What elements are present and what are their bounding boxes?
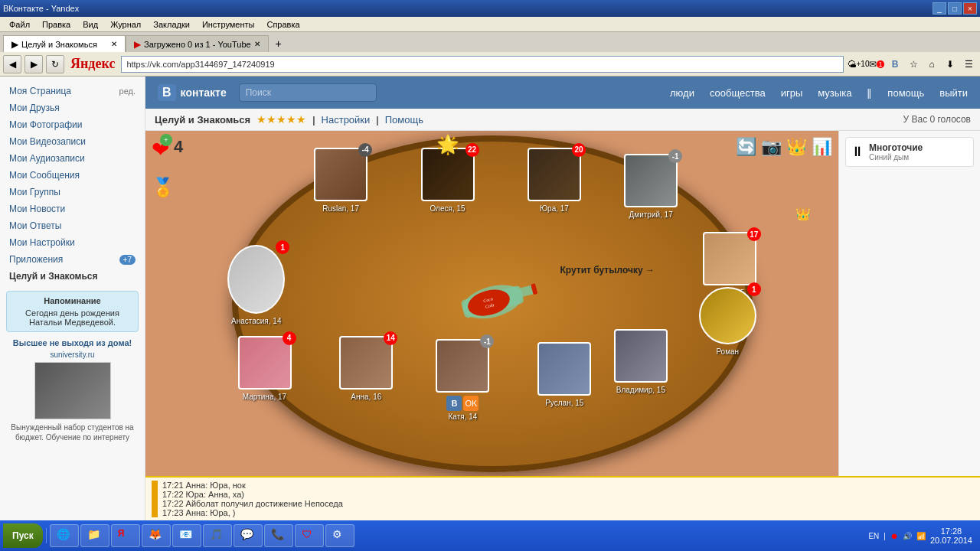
taskbar-mail[interactable]: 📧 [172, 524, 201, 547]
profile-anna[interactable]: 14 Анна, 16 [339, 336, 393, 401]
menu-icon[interactable]: ☰ [960, 56, 977, 73]
spin-text: Крутит бутылочку → [560, 265, 655, 276]
sidebar-item-photos[interactable]: Мои Фотографии [0, 116, 145, 133]
chat-message-3: 17:23 Анна: Юра, ) [162, 508, 343, 517]
tab-1[interactable]: ▶ Загружено 0 из 1 - YouTube ✕ [126, 35, 269, 52]
profile-olesya[interactable]: 22 Олеся, 15 [421, 148, 475, 213]
menu-tools[interactable]: Инструменты [196, 18, 261, 31]
taskbar-ie[interactable]: 🌐 [50, 524, 79, 547]
profile-katya[interactable]: -1 В OK Катя, 14 [436, 339, 489, 421]
profile-roman[interactable]: 1 Роман [699, 287, 756, 356]
maximize-button[interactable]: □ [948, 2, 962, 15]
sidebar-item-news[interactable]: Мои Новости [0, 201, 145, 217]
new-tab-button[interactable]: + [269, 35, 289, 52]
taskbar-chat[interactable]: 💬 [234, 524, 263, 547]
menu-bookmarks[interactable]: Закладки [147, 18, 196, 31]
game-content: ❤ + 4 🏅 -4 [145, 131, 980, 476]
menu-edit[interactable]: Правка [36, 18, 77, 31]
taskbar-explorer[interactable]: 📁 [80, 524, 109, 547]
achievement-icons: 🏅 [152, 177, 175, 198]
menu-view[interactable]: Вид [77, 18, 104, 31]
profile-ruslan2[interactable]: Руслан, 15 [537, 342, 591, 407]
menu-file[interactable]: Файл [3, 18, 36, 31]
tray-net-icon: 📶 [916, 532, 926, 540]
ad-title[interactable]: Высшее не выходя из дома! [6, 338, 139, 347]
reload-button[interactable]: ↻ [46, 55, 64, 73]
vk-logo-text: контакте [181, 86, 227, 99]
nav-communities[interactable]: сообщества [710, 87, 766, 99]
nav-music[interactable]: музыка [818, 87, 851, 99]
explorer-icon: 📁 [87, 528, 103, 543]
window-title: ВКонтакте - Yandex [3, 4, 79, 13]
game-help-link[interactable]: Помощь [385, 114, 423, 126]
sidebar-item-mypage[interactable]: Моя Страница ред. [0, 83, 145, 99]
vk-small-icon: В [446, 396, 462, 411]
tray-vol-icon[interactable]: 🔊 [903, 532, 912, 540]
tab-0[interactable]: ▶ Целуй и Знакомься ✕ [3, 35, 126, 52]
taskbar-antivirus[interactable]: 🛡 [295, 524, 324, 547]
sidebar-item-friends[interactable]: Мои Друзья [0, 99, 145, 116]
menu-journal[interactable]: Журнал [104, 18, 147, 31]
vk-search-input[interactable] [239, 83, 377, 102]
taskbar-yandex[interactable]: Я [111, 524, 140, 547]
profile-ruslan[interactable]: -4 Ruslan, 17 [314, 148, 368, 213]
tray-lang: EN [868, 532, 879, 540]
sidebar-item-kiss[interactable]: Целуй и Знакомься [0, 268, 145, 285]
star-icon[interactable]: ☆ [905, 56, 922, 73]
pause-icon: ⏸ [851, 144, 864, 160]
mail-icon[interactable]: ✉ 1 [868, 56, 885, 73]
taskbar-firefox[interactable]: 🦊 [142, 524, 171, 547]
taskbar-settings[interactable]: ⚙ [325, 524, 354, 547]
vk-icon[interactable]: В [887, 56, 903, 73]
sidebar-item-apps[interactable]: Приложения +7 [0, 251, 145, 268]
profile-martina[interactable]: 4 Мартина, 17 [238, 336, 292, 401]
taskbar-skype[interactable]: 📞 [264, 524, 293, 547]
tab-close-0[interactable]: ✕ [111, 40, 117, 48]
profile-dmitry[interactable]: -1 Дмитрий, 17 [624, 154, 678, 219]
refresh-icon[interactable]: 🔄 [736, 137, 756, 157]
heart-icon-wrapper: ❤ + [152, 137, 169, 162]
taskbar-player[interactable]: 🎵 [203, 524, 232, 547]
chat-message-2: 17:22 Айболат получил достижение Непосед… [162, 499, 343, 508]
nav-people[interactable]: люди [670, 87, 694, 99]
sidebar-item-groups[interactable]: Мои Группы [0, 184, 145, 201]
rs-title: Многоточие [869, 142, 923, 153]
chart-icon[interactable]: 📊 [812, 137, 832, 157]
sidebar-item-videos[interactable]: Мои Видеозаписи [0, 133, 145, 150]
game-area[interactable]: ❤ + 4 🏅 -4 [145, 131, 838, 476]
camera-icon[interactable]: 📷 [761, 137, 782, 157]
sidebar-item-audio[interactable]: Мои Аудиозаписи [0, 150, 145, 167]
tab-close-1[interactable]: ✕ [254, 40, 260, 48]
right-sidebar-item-0[interactable]: ⏸ Многоточие Синий дым [845, 137, 974, 167]
close-button[interactable]: × [963, 2, 977, 15]
weather-icon: 🌤 +10 [850, 56, 867, 73]
url-bar[interactable]: https://vk.com/app3144697_147240919 [121, 56, 844, 73]
firefox-icon: 🦊 [149, 528, 164, 543]
profile-vladimir[interactable]: Владимир, 15 [614, 329, 668, 394]
ad-subtitle[interactable]: suniversity.ru [6, 350, 139, 359]
sidebar-item-messages[interactable]: Мои Сообщения [0, 167, 145, 184]
minimize-button[interactable]: _ [933, 2, 946, 15]
nav-help[interactable]: помощь [887, 87, 924, 99]
start-button[interactable]: Пуск [3, 523, 43, 548]
home-icon[interactable]: ⌂ [923, 56, 940, 73]
settings-taskbar-icon: ⚙ [332, 528, 348, 543]
profile-anastasiya[interactable]: 1 Анастасия, 14 [227, 245, 285, 325]
nav-logout[interactable]: выйти [939, 87, 968, 99]
nav-games[interactable]: игры [781, 87, 803, 99]
game-settings-link[interactable]: Настройки [322, 114, 371, 126]
tab-label-0: Целуй и Знакомься [21, 40, 97, 49]
sidebar-item-answers[interactable]: Мои Ответы [0, 217, 145, 234]
chat-taskbar-icon: 💬 [240, 528, 256, 543]
back-button[interactable]: ◀ [3, 55, 21, 73]
votes-count: У Вас 0 голосов [903, 114, 972, 125]
heart-add-icon: + [160, 134, 172, 146]
menu-help[interactable]: Справка [260, 18, 305, 31]
vk-sidebar: Моя Страница ред. Мои Друзья Мои Фотогра… [0, 77, 145, 520]
sidebar-item-settings[interactable]: Мои Настройки [0, 234, 145, 251]
window-controls[interactable]: _ □ × [933, 2, 977, 15]
download-icon[interactable]: ⬇ [942, 56, 959, 73]
forward-button[interactable]: ▶ [24, 55, 43, 73]
profile-yura[interactable]: 20 Юра, 17 [528, 148, 581, 213]
game-action-icons: ❤ + 4 [152, 137, 183, 162]
